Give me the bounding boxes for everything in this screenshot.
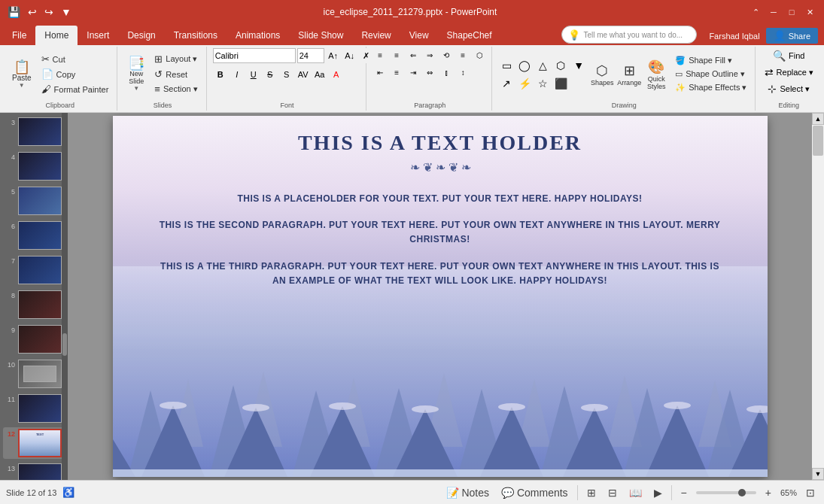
customize-icon[interactable]: ▼ [59, 5, 73, 20]
underline-button[interactable]: U [246, 67, 261, 82]
zoom-in-button[interactable]: + [762, 485, 774, 500]
slide-thumb-11[interactable]: 11 [3, 393, 65, 424]
main-slide[interactable]: THIS IS A TEXT HOLDER ❧ ❦ ❧ ❦ ❧ THIS IS … [113, 116, 768, 477]
slide-thumb-5[interactable]: 5 [3, 185, 65, 217]
collapse-ribbon-icon[interactable]: ⌃ [747, 4, 764, 20]
reset-button[interactable]: ↺ Reset [151, 67, 201, 81]
paste-button[interactable]: 📋 Paste ▼ [8, 51, 36, 98]
zoom-out-button[interactable]: − [678, 485, 690, 500]
select-button[interactable]: ⊹ Select ▾ [765, 81, 813, 96]
align-text-button[interactable]: ≡ [455, 48, 470, 62]
section-button[interactable]: ≡ Section ▾ [151, 82, 201, 96]
slide-thumb-10[interactable]: 10 [3, 358, 65, 390]
tab-home[interactable]: Home [35, 26, 78, 45]
tab-transitions[interactable]: Transitions [165, 26, 227, 45]
align-left-button[interactable]: ⇤ [372, 65, 388, 79]
notes-button[interactable]: 📝 Notes [443, 485, 492, 500]
shape-item-8[interactable]: ⬛ [552, 75, 569, 92]
slide-thumb-4[interactable]: 4 [3, 150, 65, 182]
comments-button[interactable]: 💬 Comments [498, 485, 571, 500]
columns-button[interactable]: ⫿ [439, 65, 454, 79]
layout-button[interactable]: ⊞ Layout ▾ [151, 52, 201, 66]
font-color-button[interactable]: A [329, 67, 344, 82]
accessibility-icon[interactable]: ♿ [62, 487, 74, 498]
slide-thumb-8[interactable]: 8 [3, 289, 65, 320]
shapes-more[interactable]: ▼ [570, 57, 587, 74]
tab-view[interactable]: View [400, 26, 438, 45]
numbered-list-button[interactable]: ≡ [389, 48, 404, 62]
normal-view-button[interactable]: ⊞ [584, 485, 599, 500]
slide-sorter-button[interactable]: ⊟ [605, 485, 620, 500]
change-case-button[interactable]: Aa [312, 67, 327, 82]
shape-item-3[interactable]: △ [534, 57, 551, 74]
new-slide-button[interactable]: 📑 NewSlide ▼ [123, 51, 149, 98]
scroll-thumb[interactable] [813, 126, 823, 156]
scroll-up-arrow[interactable]: ▲ [812, 113, 824, 125]
shape-item-1[interactable]: ▭ [498, 57, 515, 74]
tell-me-bar[interactable]: 💡 Tell me what you want to do... [561, 26, 697, 44]
tab-insert[interactable]: Insert [78, 26, 118, 45]
text-direction-button[interactable]: ⟲ [439, 48, 454, 62]
decrease-font-button[interactable]: A↓ [342, 48, 357, 63]
tab-shapechef[interactable]: ShapeChef [438, 26, 501, 45]
bold-button[interactable]: B [213, 67, 228, 82]
tab-design[interactable]: Design [118, 26, 164, 45]
spacing-button[interactable]: AV [296, 67, 311, 82]
right-scrollbar[interactable]: ▲ ▼ [812, 113, 824, 480]
align-center-button[interactable]: ≡ [389, 65, 404, 79]
save-icon[interactable]: 💾 [6, 5, 22, 20]
font-size-select[interactable] [297, 48, 324, 63]
find-button[interactable]: 🔍 Find [770, 48, 807, 63]
slide-thumb-12[interactable]: 12 TEXT [3, 427, 65, 459]
slide-thumb-9[interactable]: 9 [3, 323, 65, 355]
shape-item-2[interactable]: ◯ [516, 57, 533, 74]
copy-button[interactable]: 📄 Copy [38, 67, 113, 81]
reading-view-button[interactable]: 📖 [626, 485, 645, 500]
increase-indent-button[interactable]: ⇒ [422, 48, 437, 62]
slide-panel-scrollbar[interactable] [62, 113, 68, 480]
slide-thumb-3[interactable]: 3 [3, 116, 65, 147]
fit-slide-button[interactable]: ⊡ [803, 485, 818, 500]
tab-file[interactable]: File [3, 26, 35, 45]
shadow-button[interactable]: S [279, 67, 294, 82]
slideshow-button[interactable]: ▶ [651, 485, 665, 500]
format-painter-button[interactable]: 🖌 Format Painter [38, 82, 113, 96]
shape-effects-button[interactable]: ✨ Shape Effects ▾ [671, 81, 750, 94]
shape-outline-button[interactable]: ▭ Shape Outline ▾ [671, 68, 750, 80]
arrange-button[interactable]: ⊞ Arrange [617, 56, 641, 93]
shape-fill-button[interactable]: 🪣 Shape Fill ▾ [671, 54, 750, 67]
slide-thumb-7[interactable]: 7 [3, 254, 65, 286]
convert-smartart-button[interactable]: ⬡ [472, 48, 487, 62]
shapes-button[interactable]: ⬡ Shapes [590, 56, 614, 93]
close-button[interactable]: ✕ [801, 4, 818, 20]
scroll-down-arrow[interactable]: ▼ [812, 468, 824, 480]
tab-review[interactable]: Review [352, 26, 400, 45]
shape-item-4[interactable]: ⬡ [552, 57, 569, 74]
share-button[interactable]: 👤 Share [766, 28, 818, 44]
tab-animations[interactable]: Animations [227, 26, 289, 45]
minimize-button[interactable]: ─ [765, 4, 782, 20]
italic-button[interactable]: I [230, 67, 245, 82]
slide-thumb-6[interactable]: 6 [3, 220, 65, 251]
shape-item-6[interactable]: ⚡ [516, 75, 533, 92]
shape-item-5[interactable]: ↗ [498, 75, 515, 92]
bullets-button[interactable]: ≡ [372, 48, 388, 62]
shape-item-7[interactable]: ☆ [534, 75, 551, 92]
replace-button[interactable]: ⇄ Replace ▾ [762, 65, 816, 80]
slide-thumb-13[interactable]: 13 [3, 462, 65, 480]
zoom-slider[interactable] [696, 491, 756, 494]
align-right-button[interactable]: ⇥ [406, 65, 421, 79]
undo-icon[interactable]: ↩ [26, 5, 38, 20]
redo-icon[interactable]: ↪ [43, 5, 55, 20]
strikethrough-button[interactable]: S [263, 67, 278, 82]
justify-button[interactable]: ⇔ [422, 65, 437, 79]
font-name-select[interactable] [213, 48, 296, 63]
increase-font-button[interactable]: A↑ [326, 48, 341, 63]
tab-slideshow[interactable]: Slide Show [289, 26, 352, 45]
slide-paragraph-1: THIS IS A PLACEHOLDER FOR YOUR TEXT. PUT… [158, 192, 722, 206]
maximize-button[interactable]: □ [783, 4, 800, 20]
cut-button[interactable]: ✂ Cut [38, 52, 113, 66]
decrease-indent-button[interactable]: ⇐ [406, 48, 421, 62]
line-spacing-button[interactable]: ↕ [455, 65, 470, 79]
quick-styles-button[interactable]: 🎨 QuickStyles [644, 56, 668, 93]
